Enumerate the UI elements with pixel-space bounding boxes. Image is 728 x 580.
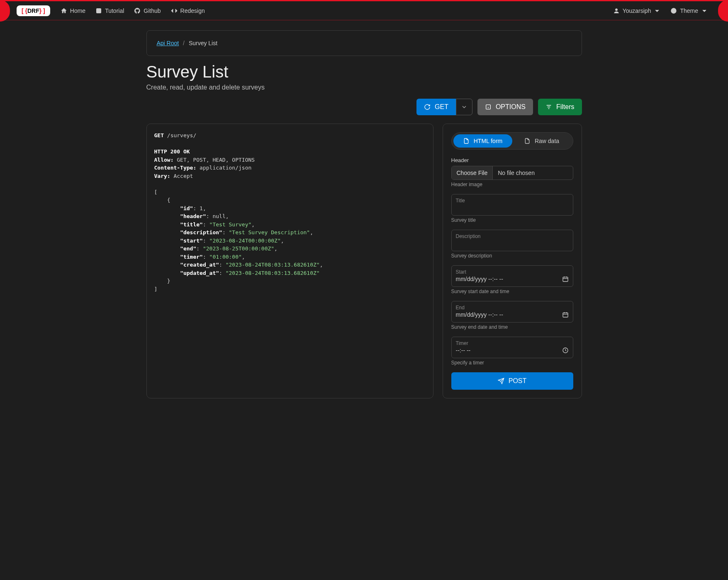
svg-point-2 (615, 8, 617, 10)
filters-button-label: Filters (556, 103, 575, 111)
theme-label: Theme (680, 7, 698, 14)
description-input[interactable]: Description (451, 230, 573, 251)
nav-redesign-label: Redesign (180, 7, 205, 14)
brand-bracket-left: [ { (22, 7, 27, 14)
post-button[interactable]: POST (451, 372, 573, 390)
timer-value: --:-- -- (456, 347, 471, 354)
nav-redesign[interactable]: Redesign (167, 5, 209, 17)
nav-github[interactable]: Github (130, 5, 164, 17)
breadcrumb-current: Survey List (189, 40, 217, 46)
options-button[interactable]: OPTIONS (477, 99, 533, 115)
chevron-down-icon (461, 104, 467, 110)
brand-name: DRF (27, 7, 39, 14)
calendar-icon[interactable] (562, 276, 569, 282)
tab-html-form[interactable]: HTML form (453, 134, 512, 148)
user-menu[interactable]: Youzarsiph (609, 5, 665, 17)
user-label: Youzarsiph (623, 7, 651, 14)
options-button-label: OPTIONS (496, 103, 526, 111)
svg-point-1 (98, 10, 100, 11)
breadcrumb-root-link[interactable]: Api Root (157, 40, 179, 46)
file-status: No file chosen (493, 166, 572, 180)
page-title: Survey List (146, 63, 582, 81)
post-button-label: POST (509, 377, 527, 385)
raw-icon (524, 138, 531, 144)
form-panel: HTML form Raw data Header Choose File No… (443, 124, 582, 398)
brand-logo[interactable]: [ {DRF} ] (17, 5, 50, 16)
chevron-down-icon (654, 7, 660, 14)
clock-icon[interactable] (562, 347, 569, 354)
send-icon (498, 378, 504, 384)
chevron-down-icon (701, 7, 708, 14)
code-icon (171, 7, 178, 14)
nav-tutorial-label: Tutorial (105, 7, 124, 14)
svg-rect-7 (563, 277, 568, 282)
start-value: mm/dd/yyyy --:-- -- (456, 276, 503, 282)
filter-icon (545, 104, 552, 110)
get-button[interactable]: GET (416, 99, 456, 115)
end-input[interactable]: End mm/dd/yyyy --:-- -- (451, 301, 573, 323)
get-button-label: GET (435, 103, 448, 111)
title-help: Survey title (451, 217, 573, 223)
theme-menu[interactable]: Theme (667, 5, 711, 17)
response-body: GET /surveys/ HTTP 200 OK Allow: GET, PO… (154, 131, 426, 293)
title-float-label: Title (456, 198, 569, 204)
timer-float-label: Timer (456, 340, 569, 346)
timer-help: Specify a timer (451, 360, 573, 366)
end-help: Survey end date and time (451, 324, 573, 330)
breadcrumb: Api Root / Survey List (146, 30, 582, 56)
globe-icon (670, 7, 677, 14)
tutorial-icon (95, 7, 102, 14)
user-icon (613, 7, 620, 14)
nav-github-label: Github (144, 7, 161, 14)
description-float-label: Description (456, 233, 569, 239)
start-help: Survey start date and time (451, 289, 573, 294)
breadcrumb-sep: / (183, 40, 185, 46)
refresh-icon (424, 104, 431, 110)
file-input[interactable]: Choose File No file chosen (451, 166, 573, 180)
filters-button[interactable]: Filters (538, 99, 582, 115)
tab-raw-data[interactable]: Raw data (512, 134, 571, 148)
brand-bracket-right: } ] (39, 7, 45, 14)
form-tabs: HTML form Raw data (451, 132, 573, 150)
start-float-label: Start (456, 269, 569, 275)
header-help: Header image (451, 182, 573, 187)
end-value: mm/dd/yyyy --:-- -- (456, 311, 503, 318)
title-input[interactable]: Title (451, 194, 573, 216)
start-input[interactable]: Start mm/dd/yyyy --:-- -- (451, 265, 573, 287)
nav-home-label: Home (70, 7, 85, 14)
timer-input[interactable]: Timer --:-- -- (451, 337, 573, 358)
description-help: Survey description (451, 253, 573, 259)
header-label: Header (451, 157, 573, 163)
response-panel: GET /surveys/ HTTP 200 OK Allow: GET, PO… (146, 124, 433, 398)
calendar-icon[interactable] (562, 311, 569, 318)
svg-rect-11 (563, 313, 568, 317)
page-subtitle: Create, read, update and delete surveys (146, 84, 582, 91)
home-icon (61, 7, 67, 14)
form-icon (463, 138, 470, 144)
get-button-group: GET (416, 99, 472, 115)
tab-html-label: HTML form (474, 138, 502, 144)
end-float-label: End (456, 305, 569, 311)
tab-raw-label: Raw data (535, 138, 559, 144)
nav-tutorial[interactable]: Tutorial (92, 5, 128, 17)
choose-file-button[interactable]: Choose File (452, 166, 493, 180)
nav-home[interactable]: Home (57, 5, 89, 17)
info-icon (485, 104, 492, 110)
github-icon (134, 7, 141, 14)
get-dropdown-button[interactable] (456, 99, 472, 115)
main-navbar: [ {DRF} ] Home Tutorial Github Redesign … (0, 1, 728, 20)
